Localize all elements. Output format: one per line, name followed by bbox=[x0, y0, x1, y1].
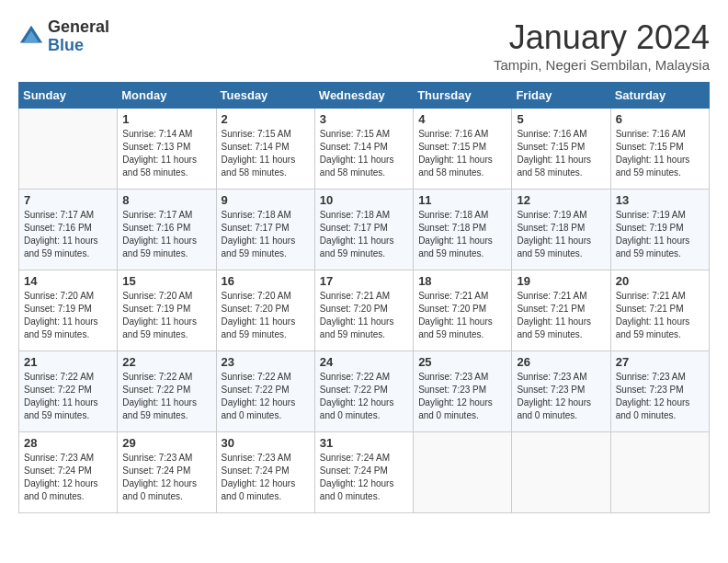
day-info: Sunrise: 7:22 AMSunset: 7:22 PMDaylight:… bbox=[222, 371, 310, 422]
day-number: 13 bbox=[616, 193, 704, 207]
day-info: Sunrise: 7:18 AMSunset: 7:17 PMDaylight:… bbox=[222, 209, 310, 260]
day-info: Sunrise: 7:19 AMSunset: 7:18 PMDaylight:… bbox=[517, 209, 605, 260]
day-number: 17 bbox=[320, 274, 408, 288]
day-info: Sunrise: 7:20 AMSunset: 7:20 PMDaylight:… bbox=[222, 290, 310, 341]
calendar-cell bbox=[19, 109, 118, 190]
calendar-cell: 21 Sunrise: 7:22 AMSunset: 7:22 PMDaylig… bbox=[19, 351, 118, 432]
calendar-cell: 1 Sunrise: 7:14 AMSunset: 7:13 PMDayligh… bbox=[118, 109, 216, 190]
day-number: 19 bbox=[517, 274, 605, 288]
day-number: 26 bbox=[517, 355, 605, 369]
calendar-cell: 4 Sunrise: 7:16 AMSunset: 7:15 PMDayligh… bbox=[414, 109, 512, 190]
page-header: General Blue January 2024 Tampin, Negeri… bbox=[18, 18, 710, 73]
day-info: Sunrise: 7:23 AMSunset: 7:23 PMDaylight:… bbox=[517, 371, 605, 422]
weekday-header-saturday: Saturday bbox=[610, 83, 709, 109]
calendar-cell: 31 Sunrise: 7:24 AMSunset: 7:24 PMDaylig… bbox=[314, 432, 413, 513]
day-info: Sunrise: 7:22 AMSunset: 7:22 PMDaylight:… bbox=[24, 371, 112, 422]
calendar-cell: 9 Sunrise: 7:18 AMSunset: 7:17 PMDayligh… bbox=[216, 190, 314, 270]
day-info: Sunrise: 7:16 AMSunset: 7:15 PMDaylight:… bbox=[616, 128, 704, 179]
weekday-header-row: SundayMondayTuesdayWednesdayThursdayFrid… bbox=[19, 83, 710, 109]
day-number: 11 bbox=[418, 193, 506, 207]
day-number: 4 bbox=[418, 112, 506, 126]
title-block: January 2024 Tampin, Negeri Sembilan, Ma… bbox=[494, 18, 710, 73]
day-number: 7 bbox=[24, 193, 112, 207]
day-number: 6 bbox=[616, 112, 704, 126]
day-number: 30 bbox=[222, 436, 310, 450]
calendar-cell: 18 Sunrise: 7:21 AMSunset: 7:20 PMDaylig… bbox=[414, 270, 512, 351]
day-info: Sunrise: 7:19 AMSunset: 7:19 PMDaylight:… bbox=[616, 209, 704, 260]
day-info: Sunrise: 7:23 AMSunset: 7:23 PMDaylight:… bbox=[418, 371, 506, 422]
calendar-cell: 17 Sunrise: 7:21 AMSunset: 7:20 PMDaylig… bbox=[314, 270, 413, 351]
day-info: Sunrise: 7:24 AMSunset: 7:24 PMDaylight:… bbox=[320, 452, 408, 503]
day-info: Sunrise: 7:17 AMSunset: 7:16 PMDaylight:… bbox=[24, 209, 112, 260]
calendar-cell: 7 Sunrise: 7:17 AMSunset: 7:16 PMDayligh… bbox=[19, 190, 118, 270]
day-number: 9 bbox=[222, 193, 310, 207]
day-info: Sunrise: 7:23 AMSunset: 7:24 PMDaylight:… bbox=[24, 452, 112, 503]
calendar-cell: 25 Sunrise: 7:23 AMSunset: 7:23 PMDaylig… bbox=[414, 351, 512, 432]
calendar-cell: 6 Sunrise: 7:16 AMSunset: 7:15 PMDayligh… bbox=[610, 109, 709, 190]
day-number: 14 bbox=[24, 274, 112, 288]
day-number: 23 bbox=[222, 355, 310, 369]
day-number: 29 bbox=[122, 436, 210, 450]
calendar-cell bbox=[610, 432, 709, 513]
calendar-cell: 28 Sunrise: 7:23 AMSunset: 7:24 PMDaylig… bbox=[19, 432, 118, 513]
calendar-cell: 27 Sunrise: 7:23 AMSunset: 7:23 PMDaylig… bbox=[610, 351, 709, 432]
calendar-cell: 23 Sunrise: 7:22 AMSunset: 7:22 PMDaylig… bbox=[216, 351, 314, 432]
calendar-cell: 3 Sunrise: 7:15 AMSunset: 7:14 PMDayligh… bbox=[314, 109, 413, 190]
day-info: Sunrise: 7:21 AMSunset: 7:20 PMDaylight:… bbox=[320, 290, 408, 341]
calendar-cell: 5 Sunrise: 7:16 AMSunset: 7:15 PMDayligh… bbox=[512, 109, 610, 190]
day-info: Sunrise: 7:21 AMSunset: 7:20 PMDaylight:… bbox=[418, 290, 506, 341]
day-number: 2 bbox=[222, 112, 310, 126]
calendar-cell: 14 Sunrise: 7:20 AMSunset: 7:19 PMDaylig… bbox=[19, 270, 118, 351]
day-info: Sunrise: 7:14 AMSunset: 7:13 PMDaylight:… bbox=[122, 128, 210, 179]
day-info: Sunrise: 7:18 AMSunset: 7:18 PMDaylight:… bbox=[418, 209, 506, 260]
day-number: 12 bbox=[517, 193, 605, 207]
calendar-week-4: 21 Sunrise: 7:22 AMSunset: 7:22 PMDaylig… bbox=[19, 351, 710, 432]
calendar-week-2: 7 Sunrise: 7:17 AMSunset: 7:16 PMDayligh… bbox=[19, 190, 710, 270]
weekday-header-sunday: Sunday bbox=[19, 83, 118, 109]
calendar-week-5: 28 Sunrise: 7:23 AMSunset: 7:24 PMDaylig… bbox=[19, 432, 710, 513]
calendar-cell bbox=[512, 432, 610, 513]
calendar-cell: 20 Sunrise: 7:21 AMSunset: 7:21 PMDaylig… bbox=[610, 270, 709, 351]
calendar-cell: 24 Sunrise: 7:22 AMSunset: 7:22 PMDaylig… bbox=[314, 351, 413, 432]
day-info: Sunrise: 7:20 AMSunset: 7:19 PMDaylight:… bbox=[24, 290, 112, 341]
calendar-table: SundayMondayTuesdayWednesdayThursdayFrid… bbox=[18, 82, 710, 513]
day-number: 22 bbox=[122, 355, 210, 369]
logo-text: General Blue bbox=[48, 18, 109, 55]
day-number: 24 bbox=[320, 355, 408, 369]
calendar-cell: 12 Sunrise: 7:19 AMSunset: 7:18 PMDaylig… bbox=[512, 190, 610, 270]
calendar-cell: 26 Sunrise: 7:23 AMSunset: 7:23 PMDaylig… bbox=[512, 351, 610, 432]
calendar-cell: 30 Sunrise: 7:23 AMSunset: 7:24 PMDaylig… bbox=[216, 432, 314, 513]
calendar-cell: 16 Sunrise: 7:20 AMSunset: 7:20 PMDaylig… bbox=[216, 270, 314, 351]
day-info: Sunrise: 7:23 AMSunset: 7:24 PMDaylight:… bbox=[222, 452, 310, 503]
calendar-cell: 22 Sunrise: 7:22 AMSunset: 7:22 PMDaylig… bbox=[118, 351, 216, 432]
calendar-cell: 10 Sunrise: 7:18 AMSunset: 7:17 PMDaylig… bbox=[314, 190, 413, 270]
day-info: Sunrise: 7:15 AMSunset: 7:14 PMDaylight:… bbox=[320, 128, 408, 179]
day-number: 16 bbox=[222, 274, 310, 288]
logo-blue: Blue bbox=[48, 37, 109, 55]
day-number: 31 bbox=[320, 436, 408, 450]
calendar-cell: 29 Sunrise: 7:23 AMSunset: 7:24 PMDaylig… bbox=[118, 432, 216, 513]
day-info: Sunrise: 7:23 AMSunset: 7:24 PMDaylight:… bbox=[122, 452, 210, 503]
location: Tampin, Negeri Sembilan, Malaysia bbox=[494, 57, 710, 73]
weekday-header-wednesday: Wednesday bbox=[314, 83, 413, 109]
calendar-cell: 13 Sunrise: 7:19 AMSunset: 7:19 PMDaylig… bbox=[610, 190, 709, 270]
day-number: 25 bbox=[418, 355, 506, 369]
weekday-header-friday: Friday bbox=[512, 83, 610, 109]
logo-general: General bbox=[48, 18, 109, 37]
day-info: Sunrise: 7:20 AMSunset: 7:19 PMDaylight:… bbox=[122, 290, 210, 341]
day-info: Sunrise: 7:21 AMSunset: 7:21 PMDaylight:… bbox=[517, 290, 605, 341]
day-number: 20 bbox=[616, 274, 704, 288]
day-number: 21 bbox=[24, 355, 112, 369]
day-info: Sunrise: 7:22 AMSunset: 7:22 PMDaylight:… bbox=[320, 371, 408, 422]
weekday-header-tuesday: Tuesday bbox=[216, 83, 314, 109]
day-info: Sunrise: 7:16 AMSunset: 7:15 PMDaylight:… bbox=[418, 128, 506, 179]
calendar-cell: 2 Sunrise: 7:15 AMSunset: 7:14 PMDayligh… bbox=[216, 109, 314, 190]
day-info: Sunrise: 7:18 AMSunset: 7:17 PMDaylight:… bbox=[320, 209, 408, 260]
weekday-header-monday: Monday bbox=[118, 83, 216, 109]
calendar-week-1: 1 Sunrise: 7:14 AMSunset: 7:13 PMDayligh… bbox=[19, 109, 710, 190]
day-info: Sunrise: 7:16 AMSunset: 7:15 PMDaylight:… bbox=[517, 128, 605, 179]
day-number: 8 bbox=[122, 193, 210, 207]
day-number: 1 bbox=[122, 112, 210, 126]
day-info: Sunrise: 7:17 AMSunset: 7:16 PMDaylight:… bbox=[122, 209, 210, 260]
logo: General Blue bbox=[18, 18, 109, 55]
